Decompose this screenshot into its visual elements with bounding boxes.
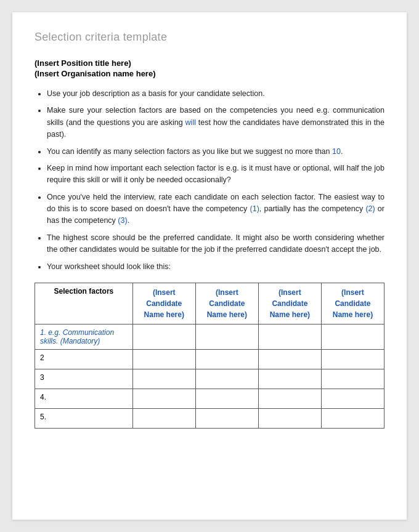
table-header-candidate-3: (Insert Candidate Name here) bbox=[258, 283, 321, 324]
instruction-2-text: Make sure your selection factors are bas… bbox=[47, 106, 384, 139]
instructions-list: Use your job description as a basis for … bbox=[35, 88, 384, 273]
document-page: Selection criteria template (Insert Posi… bbox=[12, 12, 407, 520]
instruction-7: Your worksheet should look like this: bbox=[47, 261, 384, 273]
table-row-1-candidate-3 bbox=[258, 324, 321, 349]
table-row-3-candidate-4 bbox=[321, 369, 384, 389]
table-header-candidate-2: (Insert Candidate Name here) bbox=[195, 283, 258, 324]
table-header-candidate-1: (Insert Candidate Name here) bbox=[132, 283, 195, 324]
table-row-2-factor: 2 bbox=[35, 349, 133, 369]
instruction-4-text: Keep in mind how important each selectio… bbox=[47, 164, 384, 184]
table-row-1-candidate-1 bbox=[132, 324, 195, 349]
position-title-label: (Insert Position title here) bbox=[35, 58, 384, 68]
instruction-1-text: Use your job description as a basis for … bbox=[47, 89, 265, 98]
instruction-6-text: The highest score should be the preferre… bbox=[47, 233, 384, 254]
table-row-3-candidate-2 bbox=[195, 369, 258, 389]
table-row-1-candidate-4 bbox=[321, 324, 384, 349]
table-row-3-factor: 3 bbox=[35, 369, 133, 389]
table-row-1-factor: 1. e.g. Communication skills. (Mandatory… bbox=[35, 324, 133, 349]
table-row-2-candidate-3 bbox=[258, 349, 321, 369]
table-row-4-candidate-3 bbox=[258, 389, 321, 408]
table-row-5-candidate-4 bbox=[321, 408, 384, 428]
candidate-3-label: (Insert Candidate Name here) bbox=[270, 288, 310, 319]
table-header-candidate-4: (Insert Candidate Name here) bbox=[321, 283, 384, 324]
instruction-5: Once you've held the interview, rate eac… bbox=[47, 191, 384, 227]
table-row-4-candidate-4 bbox=[321, 389, 384, 408]
selection-criteria-table: Selection factors (Insert Candidate Name… bbox=[35, 283, 384, 429]
candidate-1-label: (Insert Candidate Name here) bbox=[144, 288, 184, 319]
table-row-1-candidate-2 bbox=[195, 324, 258, 349]
table-row-3: 3 bbox=[35, 369, 384, 389]
table-row-3-candidate-1 bbox=[132, 369, 195, 389]
table-row-4-candidate-2 bbox=[195, 389, 258, 408]
table-row-4-factor: 4. bbox=[35, 389, 133, 408]
instruction-3-text: You can identify as many selection facto… bbox=[47, 147, 343, 156]
page-title: Selection criteria template bbox=[35, 31, 384, 44]
instruction-5-text: Once you've held the interview, rate eac… bbox=[47, 193, 384, 225]
table-row-2-candidate-4 bbox=[321, 349, 384, 369]
table-row-4: 4. bbox=[35, 389, 384, 408]
table-row-2-candidate-1 bbox=[132, 349, 195, 369]
instruction-3: You can identify as many selection facto… bbox=[47, 146, 384, 158]
table-row-4-candidate-1 bbox=[132, 389, 195, 408]
candidate-2-label: (Insert Candidate Name here) bbox=[207, 288, 247, 319]
table-row-2: 2 bbox=[35, 349, 384, 369]
table-header-row: Selection factors (Insert Candidate Name… bbox=[35, 283, 384, 324]
table-row-3-candidate-3 bbox=[258, 369, 321, 389]
instruction-4: Keep in mind how important each selectio… bbox=[47, 163, 384, 187]
table-row-5: 5. bbox=[35, 408, 384, 428]
instruction-1: Use your job description as a basis for … bbox=[47, 88, 384, 100]
table-row-1: 1. e.g. Communication skills. (Mandatory… bbox=[35, 324, 384, 349]
table-row-2-candidate-2 bbox=[195, 349, 258, 369]
table-row-5-candidate-3 bbox=[258, 408, 321, 428]
table-row-5-candidate-1 bbox=[132, 408, 195, 428]
table-header-selection-factors: Selection factors bbox=[35, 283, 133, 324]
instruction-6: The highest score should be the preferre… bbox=[47, 232, 384, 256]
table-row-5-candidate-2 bbox=[195, 408, 258, 428]
table-row-5-factor: 5. bbox=[35, 408, 133, 428]
org-name-label: (Insert Organisation name here) bbox=[35, 69, 384, 78]
instruction-7-text: Your worksheet should look like this: bbox=[47, 262, 171, 271]
instruction-2: Make sure your selection factors are bas… bbox=[47, 105, 384, 140]
candidate-4-label: (Insert Candidate Name here) bbox=[333, 288, 373, 319]
